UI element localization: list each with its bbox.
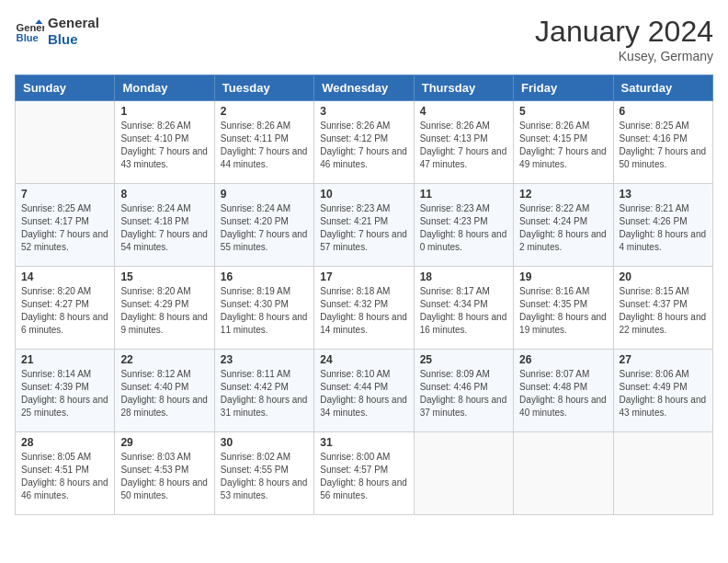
logo-blue: Blue: [48, 31, 99, 48]
day-number: 11: [420, 188, 507, 201]
calendar-cell: [16, 101, 115, 184]
day-number: 14: [21, 270, 108, 283]
day-number: 25: [420, 353, 507, 366]
day-number: 2: [221, 105, 308, 118]
cell-content: Sunrise: 8:19 AMSunset: 4:30 PMDaylight:…: [221, 285, 308, 337]
day-number: 29: [120, 436, 208, 449]
header-tuesday: Tuesday: [214, 75, 313, 101]
cell-content: Sunrise: 8:02 AMSunset: 4:55 PMDaylight:…: [221, 451, 308, 502]
day-number: 24: [320, 353, 407, 366]
page-header: General Blue General Blue January 2024 K…: [15, 15, 713, 63]
day-number: 5: [519, 105, 607, 118]
logo: General Blue General Blue: [15, 15, 99, 48]
cell-content: Sunrise: 8:05 AMSunset: 4:51 PMDaylight:…: [21, 451, 108, 502]
day-number: 3: [320, 105, 407, 118]
header-saturday: Saturday: [613, 75, 712, 101]
cell-content: Sunrise: 8:26 AMSunset: 4:15 PMDaylight:…: [519, 120, 607, 171]
day-number: 6: [620, 105, 707, 118]
cell-content: Sunrise: 8:15 AMSunset: 4:37 PMDaylight:…: [620, 285, 707, 337]
day-number: 27: [620, 353, 707, 366]
cell-content: Sunrise: 8:25 AMSunset: 4:17 PMDaylight:…: [21, 202, 108, 254]
calendar-cell: [414, 432, 513, 515]
calendar-cell: 3Sunrise: 8:26 AMSunset: 4:12 PMDaylight…: [314, 101, 414, 184]
cell-content: Sunrise: 8:26 AMSunset: 4:12 PMDaylight:…: [320, 120, 407, 171]
day-number: 23: [221, 353, 308, 366]
calendar-cell: 13Sunrise: 8:21 AMSunset: 4:26 PMDayligh…: [613, 184, 712, 267]
day-number: 1: [120, 105, 208, 118]
calendar-cell: [613, 432, 712, 515]
calendar-cell: 18Sunrise: 8:17 AMSunset: 4:34 PMDayligh…: [414, 267, 513, 350]
cell-content: Sunrise: 8:22 AMSunset: 4:24 PMDaylight:…: [519, 202, 607, 254]
header-wednesday: Wednesday: [314, 75, 414, 101]
calendar-cell: 28Sunrise: 8:05 AMSunset: 4:51 PMDayligh…: [16, 432, 115, 515]
day-number: 28: [21, 436, 108, 449]
cell-content: Sunrise: 8:10 AMSunset: 4:44 PMDaylight:…: [320, 368, 407, 419]
calendar-cell: 14Sunrise: 8:20 AMSunset: 4:27 PMDayligh…: [16, 267, 115, 350]
cell-content: Sunrise: 8:23 AMSunset: 4:23 PMDaylight:…: [420, 202, 507, 254]
day-number: 13: [620, 188, 707, 201]
cell-content: Sunrise: 8:06 AMSunset: 4:49 PMDaylight:…: [620, 368, 707, 419]
location: Kusey, Germany: [535, 49, 713, 63]
day-number: 18: [420, 270, 507, 283]
day-number: 19: [519, 270, 607, 283]
calendar-week-1: 1Sunrise: 8:26 AMSunset: 4:10 PMDaylight…: [16, 101, 713, 184]
calendar-cell: 29Sunrise: 8:03 AMSunset: 4:53 PMDayligh…: [115, 432, 214, 515]
cell-content: Sunrise: 8:03 AMSunset: 4:53 PMDaylight:…: [120, 451, 208, 502]
header-friday: Friday: [514, 75, 613, 101]
calendar-week-2: 7Sunrise: 8:25 AMSunset: 4:17 PMDaylight…: [16, 184, 713, 267]
cell-content: Sunrise: 8:26 AMSunset: 4:10 PMDaylight:…: [120, 120, 208, 171]
cell-content: Sunrise: 8:20 AMSunset: 4:29 PMDaylight:…: [120, 285, 208, 337]
cell-content: Sunrise: 8:16 AMSunset: 4:35 PMDaylight:…: [519, 285, 607, 337]
cell-content: Sunrise: 8:25 AMSunset: 4:16 PMDaylight:…: [620, 120, 707, 171]
day-number: 21: [21, 353, 108, 366]
calendar-cell: 8Sunrise: 8:24 AMSunset: 4:18 PMDaylight…: [115, 184, 214, 267]
calendar-header-row: SundayMondayTuesdayWednesdayThursdayFrid…: [16, 75, 713, 101]
day-number: 9: [221, 188, 308, 201]
calendar-cell: 24Sunrise: 8:10 AMSunset: 4:44 PMDayligh…: [314, 350, 414, 432]
day-number: 7: [21, 188, 108, 201]
cell-content: Sunrise: 8:24 AMSunset: 4:20 PMDaylight:…: [221, 202, 308, 254]
calendar-cell: 2Sunrise: 8:26 AMSunset: 4:11 PMDaylight…: [214, 101, 313, 184]
day-number: 22: [120, 353, 208, 366]
calendar-cell: 27Sunrise: 8:06 AMSunset: 4:49 PMDayligh…: [613, 350, 712, 432]
title-area: January 2024 Kusey, Germany: [535, 15, 713, 63]
cell-content: Sunrise: 8:24 AMSunset: 4:18 PMDaylight:…: [120, 202, 208, 254]
calendar-cell: 25Sunrise: 8:09 AMSunset: 4:46 PMDayligh…: [414, 350, 513, 432]
calendar-cell: 4Sunrise: 8:26 AMSunset: 4:13 PMDaylight…: [414, 101, 513, 184]
calendar-cell: 26Sunrise: 8:07 AMSunset: 4:48 PMDayligh…: [514, 350, 613, 432]
header-thursday: Thursday: [414, 75, 513, 101]
calendar-cell: 11Sunrise: 8:23 AMSunset: 4:23 PMDayligh…: [414, 184, 513, 267]
day-number: 12: [519, 188, 607, 201]
logo-icon: General Blue: [15, 17, 44, 46]
calendar-week-5: 28Sunrise: 8:05 AMSunset: 4:51 PMDayligh…: [16, 432, 713, 515]
cell-content: Sunrise: 8:11 AMSunset: 4:42 PMDaylight:…: [221, 368, 308, 419]
day-number: 15: [120, 270, 208, 283]
svg-text:Blue: Blue: [17, 32, 39, 43]
calendar-cell: 23Sunrise: 8:11 AMSunset: 4:42 PMDayligh…: [214, 350, 313, 432]
calendar-cell: 1Sunrise: 8:26 AMSunset: 4:10 PMDaylight…: [115, 101, 214, 184]
day-number: 17: [320, 270, 407, 283]
cell-content: Sunrise: 8:00 AMSunset: 4:57 PMDaylight:…: [320, 451, 407, 502]
calendar-cell: 16Sunrise: 8:19 AMSunset: 4:30 PMDayligh…: [214, 267, 313, 350]
cell-content: Sunrise: 8:17 AMSunset: 4:34 PMDaylight:…: [420, 285, 507, 337]
calendar-week-3: 14Sunrise: 8:20 AMSunset: 4:27 PMDayligh…: [16, 267, 713, 350]
calendar-cell: 6Sunrise: 8:25 AMSunset: 4:16 PMDaylight…: [613, 101, 712, 184]
calendar-cell: 22Sunrise: 8:12 AMSunset: 4:40 PMDayligh…: [115, 350, 214, 432]
calendar-cell: 7Sunrise: 8:25 AMSunset: 4:17 PMDaylight…: [16, 184, 115, 267]
cell-content: Sunrise: 8:26 AMSunset: 4:13 PMDaylight:…: [420, 120, 507, 171]
calendar-table: SundayMondayTuesdayWednesdayThursdayFrid…: [15, 75, 713, 515]
cell-content: Sunrise: 8:23 AMSunset: 4:21 PMDaylight:…: [320, 202, 407, 254]
cell-content: Sunrise: 8:14 AMSunset: 4:39 PMDaylight:…: [21, 368, 108, 419]
calendar-cell: 9Sunrise: 8:24 AMSunset: 4:20 PMDaylight…: [214, 184, 313, 267]
calendar-cell: 19Sunrise: 8:16 AMSunset: 4:35 PMDayligh…: [514, 267, 613, 350]
calendar-cell: [514, 432, 613, 515]
day-number: 31: [320, 436, 407, 449]
day-number: 10: [320, 188, 407, 201]
cell-content: Sunrise: 8:20 AMSunset: 4:27 PMDaylight:…: [21, 285, 108, 337]
calendar-cell: 15Sunrise: 8:20 AMSunset: 4:29 PMDayligh…: [115, 267, 214, 350]
calendar-cell: 21Sunrise: 8:14 AMSunset: 4:39 PMDayligh…: [16, 350, 115, 432]
day-number: 8: [120, 188, 208, 201]
cell-content: Sunrise: 8:18 AMSunset: 4:32 PMDaylight:…: [320, 285, 407, 337]
cell-content: Sunrise: 8:26 AMSunset: 4:11 PMDaylight:…: [221, 120, 308, 171]
cell-content: Sunrise: 8:12 AMSunset: 4:40 PMDaylight:…: [120, 368, 208, 419]
